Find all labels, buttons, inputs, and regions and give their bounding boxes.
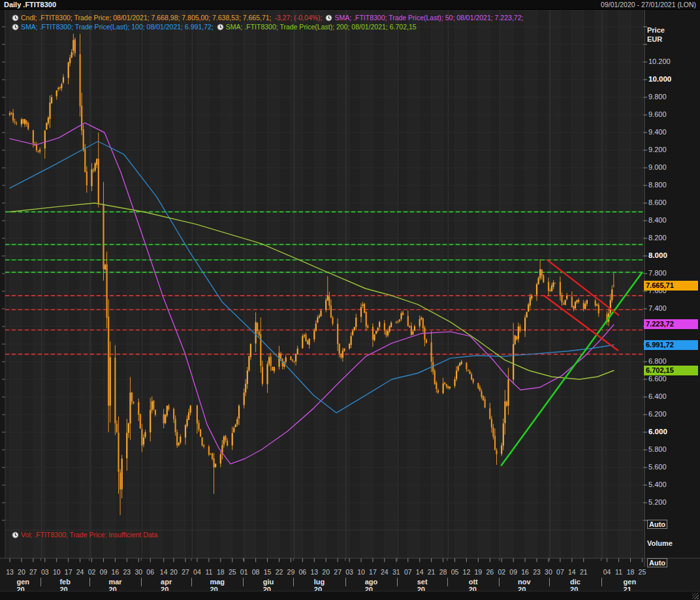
chart-title: Daily .FTIT8300 — [4, 1, 56, 8]
volume-legend: Vol; .FTIT8300; Trade Price; Insufficien… — [12, 531, 157, 539]
legend-sma100: SMA; .FTIT8300; Trade Price(Last); 100; … — [21, 22, 214, 31]
y-tick-label: 6.400 — [648, 392, 694, 400]
month-separator — [243, 578, 244, 586]
clock-icon — [12, 531, 19, 539]
x-day-label: 08 — [252, 568, 260, 576]
chart-window: Daily .FTIT8300 09/01/2020 - 27/01/2021 … — [0, 0, 700, 600]
legend-sma200: SMA; .FTIT8300; Trade Price(Last); 200; … — [226, 22, 417, 31]
clock-icon — [12, 14, 19, 22]
y-tick-label: 6.800 — [648, 357, 694, 365]
month-separator — [549, 578, 550, 586]
month-separator — [89, 578, 90, 586]
chart-legend: Cndl; .FTIT8300; Trade Price; 08/01/2021… — [12, 13, 526, 31]
x-day-label: 11 — [615, 568, 622, 576]
date-range: 09/01/2020 - 27/01/2021 (LON) — [601, 1, 696, 8]
x-day-label: 22 — [276, 568, 283, 576]
x-day-label: 04 — [193, 568, 201, 576]
x-day-label: 17 — [65, 568, 72, 576]
y-tick-label: 8.000 — [648, 251, 694, 259]
y-tick-label: 10.200 — [648, 57, 694, 65]
y-tick-label: 9.800 — [648, 93, 694, 101]
legend-cndl: Cndl; .FTIT8300; Trade Price; 08/01/2021… — [21, 13, 272, 22]
x-day-label: 03 — [41, 568, 49, 576]
y-tick-label: 9.200 — [648, 146, 694, 153]
x-day-label: 25 — [229, 568, 236, 576]
clock-icon — [217, 24, 224, 31]
y-tick-label: 9.400 — [648, 128, 694, 136]
price-tag: 7.223,72 — [644, 319, 698, 329]
price-tag: 7.665,71 — [644, 281, 698, 291]
y-tick-label: 6.600 — [648, 375, 694, 383]
x-day-label: 20 — [322, 568, 330, 576]
x-day-label: 16 — [521, 568, 529, 576]
legend-change: -3,27; (-0,04%); — [275, 13, 323, 22]
x-day-label: 13 — [310, 568, 318, 576]
month-separator — [345, 578, 346, 586]
x-day-label: 31 — [392, 568, 400, 576]
y-tick-label: 6.200 — [648, 410, 694, 418]
x-day-label: 13 — [6, 568, 14, 576]
volume-auto-button[interactable]: Auto — [647, 558, 667, 567]
price-axis-title: Price EUR — [647, 25, 665, 44]
y-tick-label: 8.400 — [648, 216, 694, 224]
x-day-label: 24 — [381, 568, 389, 576]
x-day-label: 06 — [146, 568, 154, 576]
price-tag: 6.991,72 — [644, 340, 698, 350]
month-separator — [40, 578, 41, 586]
x-day-label: 23 — [123, 568, 131, 576]
x-day-label: 03 — [345, 568, 353, 576]
x-day-label: 27 — [182, 568, 189, 576]
x-day-label: 04 — [603, 568, 611, 576]
month-separator — [499, 578, 500, 586]
x-day-label: 30 — [135, 568, 142, 576]
x-day-label: 24 — [76, 568, 84, 576]
x-day-label: 05 — [451, 568, 459, 576]
volume-legend-text: Vol; .FTIT8300; Trade Price; Insufficien… — [21, 531, 157, 539]
month-separator — [293, 578, 294, 586]
x-day-label: 06 — [299, 568, 307, 576]
month-separator — [447, 578, 448, 586]
resize-grip-icon[interactable] — [692, 593, 699, 599]
x-day-label: 09 — [509, 568, 517, 576]
x-day-label: 07 — [556, 568, 564, 576]
y-tick-label: 5.400 — [648, 481, 694, 488]
price-auto-button[interactable]: Auto — [647, 520, 667, 529]
x-day-label: 02 — [88, 568, 96, 576]
y-tick-label: 9.000 — [648, 163, 694, 171]
x-day-label: 30 — [545, 568, 552, 576]
x-day-label: 12 — [463, 568, 471, 576]
x-day-label: 09 — [100, 568, 108, 576]
x-day-label: 16 — [112, 568, 119, 576]
y-tick-label: 5.600 — [648, 463, 694, 471]
x-day-label: 02 — [498, 568, 505, 576]
x-day-label: 11 — [205, 568, 212, 576]
x-day-label: 28 — [439, 568, 447, 576]
titlebar: Daily .FTIT8300 09/01/2020 - 27/01/2021 … — [0, 0, 700, 10]
y-tick-label: 8.200 — [648, 234, 694, 242]
y-tick-label: 8.600 — [648, 198, 694, 206]
y-tick-label: 9.600 — [648, 110, 694, 118]
x-day-label: 18 — [627, 568, 635, 576]
x-day-label: 14 — [160, 568, 168, 576]
y-tick-label: 10.000 — [648, 75, 694, 83]
x-day-label: 25 — [639, 568, 646, 576]
clock-icon — [12, 24, 19, 31]
price-tag: 6.702,15 — [644, 366, 698, 375]
clock-icon — [325, 14, 332, 22]
y-tick-label: 5.200 — [648, 498, 694, 506]
x-day-label: 10 — [53, 568, 61, 576]
x-day-label: 10 — [357, 568, 365, 576]
x-day-label: 15 — [264, 568, 272, 576]
y-tick-label: 7.800 — [648, 269, 694, 277]
x-day-label: 14 — [568, 568, 576, 576]
x-day-label: 27 — [29, 568, 37, 576]
month-separator — [141, 578, 142, 586]
x-day-label: 07 — [404, 568, 412, 576]
x-day-label: 20 — [18, 568, 25, 576]
chart-canvas[interactable] — [0, 0, 700, 600]
volume-axis-title: Volume — [647, 539, 673, 547]
month-separator — [191, 578, 192, 586]
x-day-label: 17 — [369, 568, 377, 576]
horizontal-scrollbar[interactable] — [0, 591, 700, 600]
y-tick-label: 5.800 — [648, 445, 694, 453]
